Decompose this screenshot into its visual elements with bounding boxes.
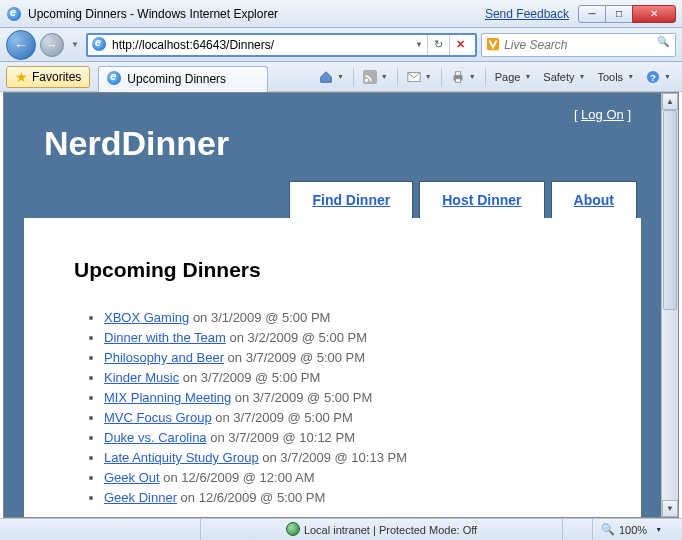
tools-menu[interactable]: Tools▼ — [592, 66, 639, 88]
dinner-item: Geek Out on 12/6/2009 @ 12:00 AM — [104, 470, 605, 485]
dinner-link[interactable]: Geek Dinner — [104, 490, 177, 505]
viewport: [ Log On ] NerdDinner Find Dinner Host D… — [3, 92, 679, 518]
dinner-link[interactable]: Kinder Music — [104, 370, 179, 385]
dinner-list: XBOX Gaming on 3/1/2009 @ 5:00 PMDinner … — [74, 310, 605, 505]
status-bar: Local intranet | Protected Mode: Off 🔍 1… — [0, 518, 682, 540]
ie-favicon — [6, 6, 22, 22]
site-title: NerdDinner — [44, 124, 641, 163]
maximize-button[interactable]: □ — [605, 5, 633, 23]
address-bar[interactable]: ▼ ↻ ✕ — [86, 33, 477, 57]
url-input[interactable] — [112, 35, 411, 55]
dinner-item: Dinner with the Team on 3/2/2009 @ 5:00 … — [104, 330, 605, 345]
main-content: Upcoming Dinners XBOX Gaming on 3/1/2009… — [24, 218, 641, 517]
dinner-when: on 3/7/2009 @ 10:13 PM — [259, 450, 407, 465]
minimize-button[interactable]: ─ — [578, 5, 606, 23]
dinner-item: MIX Planning Meeting on 3/7/2009 @ 5:00 … — [104, 390, 605, 405]
svg-rect-6 — [455, 78, 460, 82]
dinner-item: Philosophy and Beer on 3/7/2009 @ 5:00 P… — [104, 350, 605, 365]
forward-button[interactable]: → — [40, 33, 64, 57]
scroll-up-button[interactable]: ▲ — [662, 93, 678, 110]
dinner-item: MVC Focus Group on 3/7/2009 @ 5:00 PM — [104, 410, 605, 425]
svg-text:?: ? — [650, 71, 656, 82]
dinner-link[interactable]: MIX Planning Meeting — [104, 390, 231, 405]
help-button[interactable]: ? ▼ — [641, 66, 676, 88]
navigation-bar: ← → ▼ ▼ ↻ ✕ 🔍 — [0, 28, 682, 62]
dinner-link[interactable]: Dinner with the Team — [104, 330, 226, 345]
dinner-when: on 3/7/2009 @ 5:00 PM — [179, 370, 320, 385]
site-nav: Find Dinner Host Dinner About — [24, 181, 641, 218]
login-row: [ Log On ] — [24, 107, 641, 122]
search-provider-icon — [486, 37, 500, 53]
home-button[interactable]: ▼ — [314, 66, 349, 88]
url-dropdown[interactable]: ▼ — [411, 40, 427, 49]
print-icon — [451, 70, 465, 84]
dinner-when: on 3/7/2009 @ 5:00 PM — [231, 390, 372, 405]
vertical-scrollbar[interactable]: ▲ ▼ — [661, 93, 678, 517]
dinner-when: on 3/1/2009 @ 5:00 PM — [189, 310, 330, 325]
zoom-control[interactable]: 🔍 100% ▼ — [592, 519, 682, 540]
dinner-when: on 12/6/2009 @ 5:00 PM — [177, 490, 325, 505]
safety-menu[interactable]: Safety▼ — [538, 66, 590, 88]
dinner-item: Geek Dinner on 12/6/2009 @ 5:00 PM — [104, 490, 605, 505]
svg-rect-5 — [455, 71, 460, 75]
command-bar: ★ Favorites Upcoming Dinners ▼ ▼ ▼ ▼ Pag… — [0, 62, 682, 92]
browser-tab[interactable]: Upcoming Dinners — [98, 66, 268, 92]
page-content: [ Log On ] NerdDinner Find Dinner Host D… — [4, 93, 661, 517]
mail-icon — [407, 70, 421, 84]
page-heading: Upcoming Dinners — [74, 258, 605, 282]
dinner-when: on 3/7/2009 @ 5:00 PM — [224, 350, 365, 365]
about-tab[interactable]: About — [551, 181, 637, 218]
feeds-button[interactable]: ▼ — [358, 66, 393, 88]
stop-button[interactable]: ✕ — [449, 35, 471, 55]
search-go-button[interactable]: 🔍 — [655, 36, 671, 54]
dinner-when: on 3/2/2009 @ 5:00 PM — [226, 330, 367, 345]
favorites-label: Favorites — [32, 70, 81, 84]
window-title: Upcoming Dinners - Windows Internet Expl… — [28, 7, 485, 21]
tab-favicon — [107, 71, 121, 88]
dinner-link[interactable]: XBOX Gaming — [104, 310, 189, 325]
print-button[interactable]: ▼ — [446, 66, 481, 88]
status-left — [0, 519, 200, 540]
zoom-value: 100% — [619, 524, 647, 536]
search-input[interactable] — [504, 35, 655, 55]
favorites-button[interactable]: ★ Favorites — [6, 66, 90, 88]
nav-history-dropdown[interactable]: ▼ — [68, 33, 82, 57]
logon-link[interactable]: Log On — [581, 107, 624, 122]
dinner-when: on 3/7/2009 @ 10:12 PM — [207, 430, 355, 445]
find-dinner-tab[interactable]: Find Dinner — [289, 181, 413, 218]
rss-icon — [363, 70, 377, 84]
page-menu[interactable]: Page▼ — [490, 66, 537, 88]
dinner-link[interactable]: Late Antiquity Study Group — [104, 450, 259, 465]
zoom-dropdown-icon: ▼ — [655, 526, 662, 533]
dinner-link[interactable]: MVC Focus Group — [104, 410, 212, 425]
dinner-item: XBOX Gaming on 3/1/2009 @ 5:00 PM — [104, 310, 605, 325]
star-icon: ★ — [15, 69, 28, 85]
dinner-item: Late Antiquity Study Group on 3/7/2009 @… — [104, 450, 605, 465]
host-dinner-tab[interactable]: Host Dinner — [419, 181, 544, 218]
close-button[interactable]: ✕ — [632, 5, 676, 23]
refresh-button[interactable]: ↻ — [427, 35, 449, 55]
intranet-icon — [286, 522, 300, 538]
dinner-link[interactable]: Duke vs. Carolina — [104, 430, 207, 445]
window-titlebar: Upcoming Dinners - Windows Internet Expl… — [0, 0, 682, 28]
send-feedback-link[interactable]: Send Feedback — [485, 7, 569, 21]
mail-button[interactable]: ▼ — [402, 66, 437, 88]
security-zone[interactable]: Local intranet | Protected Mode: Off — [200, 519, 562, 540]
dinner-item: Duke vs. Carolina on 3/7/2009 @ 10:12 PM — [104, 430, 605, 445]
search-box[interactable]: 🔍 — [481, 33, 676, 57]
dinner-link[interactable]: Geek Out — [104, 470, 160, 485]
status-gap — [562, 519, 592, 540]
back-button[interactable]: ← — [6, 30, 36, 60]
dinner-item: Kinder Music on 3/7/2009 @ 5:00 PM — [104, 370, 605, 385]
dinner-link[interactable]: Philosophy and Beer — [104, 350, 224, 365]
tab-title: Upcoming Dinners — [127, 72, 226, 86]
svg-rect-1 — [363, 70, 377, 84]
home-icon — [319, 70, 333, 84]
dinner-when: on 12/6/2009 @ 12:00 AM — [160, 470, 315, 485]
scroll-thumb[interactable] — [663, 110, 677, 310]
svg-point-2 — [365, 78, 369, 82]
dinner-when: on 3/7/2009 @ 5:00 PM — [212, 410, 353, 425]
zone-text: Local intranet | Protected Mode: Off — [304, 524, 477, 536]
zoom-icon: 🔍 — [601, 523, 615, 536]
scroll-down-button[interactable]: ▼ — [662, 500, 678, 517]
